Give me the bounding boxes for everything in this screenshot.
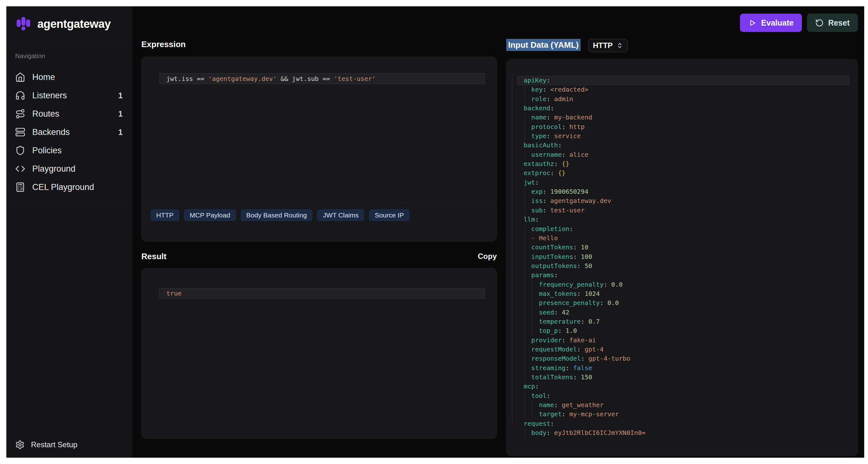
- code-token: 'test-user': [334, 75, 376, 82]
- sidebar-item-policies[interactable]: Policies: [15, 141, 123, 160]
- sidebar-item-label: CEL Playground: [32, 183, 94, 192]
- indent-guide: [525, 373, 525, 382]
- yaml-line: extproc: {}: [517, 168, 849, 178]
- yaml-value: 0.0: [608, 299, 619, 307]
- tag-body-based-routing[interactable]: Body Based Routing: [241, 209, 312, 221]
- yaml-value: my-mcp-server: [569, 410, 619, 418]
- yaml-key: protocol: [531, 123, 562, 131]
- yaml-key: basicAuth: [524, 141, 558, 149]
- code-token: :: [581, 355, 585, 362]
- indent-guide: [525, 400, 525, 410]
- code-icon: [15, 164, 25, 174]
- sidebar-item-restart-setup[interactable]: Restart Setup: [6, 432, 131, 458]
- yaml-key: key: [531, 86, 542, 93]
- expression-editor[interactable]: jwt.iss == 'agentgateway.dev' && jwt.sub…: [142, 57, 496, 203]
- indent-guide: [525, 243, 525, 252]
- indent-guide: [525, 122, 525, 131]
- yaml-value: 0.0: [611, 281, 623, 288]
- indent-guide: [532, 317, 532, 326]
- sidebar-item-routes[interactable]: Routes1: [15, 105, 123, 123]
- tag-source-ip[interactable]: Source IP: [369, 209, 409, 221]
- sidebar-item-playground[interactable]: Playground: [15, 160, 123, 178]
- input-heading-row: Input Data (YAML) HTTP: [506, 39, 858, 52]
- yaml-key: sub: [531, 206, 542, 214]
- indent-guide: [525, 113, 525, 122]
- code-token: [565, 410, 569, 418]
- indent-guide: [525, 261, 525, 271]
- indent-guide: [525, 187, 525, 196]
- yaml-value: {}: [562, 160, 569, 168]
- code-token: :: [542, 197, 547, 204]
- tag-http[interactable]: HTTP: [151, 209, 179, 221]
- code-token: [565, 123, 569, 131]
- code-token: [524, 318, 539, 325]
- yaml-line: llm:: [517, 215, 849, 224]
- yaml-value: <redacted>: [550, 86, 588, 93]
- code-token: :: [542, 188, 547, 195]
- yaml-key: frequency_penalty: [539, 281, 603, 288]
- code-token: [577, 373, 581, 381]
- yaml-value: eyJtb2RlbCI6ICJmYXN0In0=: [554, 429, 645, 436]
- content-columns: Expression jwt.iss == 'agentgateway.dev'…: [141, 39, 858, 458]
- yaml-key: streaming: [531, 364, 565, 372]
- yaml-value: 100: [581, 253, 592, 260]
- indent-guide: [532, 308, 532, 317]
- sidebar-item-listeners[interactable]: Listeners1: [15, 86, 123, 105]
- tag-mcp-payload[interactable]: MCP Payload: [184, 209, 236, 221]
- code-token: :: [562, 336, 565, 344]
- yaml-line: frequency_penalty: 0.0: [517, 280, 849, 289]
- shield-icon: [15, 145, 25, 156]
- code-token: :: [558, 141, 562, 149]
- code-token: [603, 299, 608, 307]
- indent-guide: [532, 326, 532, 335]
- expression-code-line[interactable]: jwt.iss == 'agentgateway.dev' && jwt.sub…: [159, 73, 485, 84]
- yaml-value: 0.7: [588, 318, 600, 325]
- sidebar-item-home[interactable]: Home: [15, 68, 123, 86]
- yaml-key: provider: [531, 336, 562, 344]
- yaml-line: inputTokens: 100: [517, 252, 849, 261]
- yaml-line: provider: fake-ai: [517, 336, 849, 345]
- result-card: true: [141, 268, 497, 439]
- yaml-line: jwt:: [517, 178, 849, 187]
- code-token: :: [573, 373, 577, 381]
- sidebar-item-cel-playground[interactable]: CEL Playground: [15, 178, 123, 196]
- code-token: && jwt.sub ==: [277, 75, 334, 82]
- logo[interactable]: agentgateway: [6, 6, 131, 42]
- code-token: :: [554, 160, 558, 168]
- yaml-value: http: [569, 123, 585, 131]
- yaml-line: params:: [517, 271, 849, 280]
- tag-jwt-claims[interactable]: JWT Claims: [317, 209, 364, 221]
- yaml-value: my-backend: [554, 113, 592, 121]
- input-type-select[interactable]: HTTP: [588, 39, 628, 52]
- route-icon: [15, 109, 25, 119]
- reset-button[interactable]: Reset: [807, 13, 858, 32]
- yaml-value: agentgateway.dev: [550, 197, 611, 204]
- code-token: [581, 262, 585, 270]
- copy-button[interactable]: Copy: [478, 252, 497, 261]
- evaluate-button[interactable]: Evaluate: [740, 13, 802, 32]
- yaml-dash: -: [531, 234, 539, 242]
- yaml-value: test-user: [550, 206, 584, 214]
- yaml-key: apiKey: [524, 76, 547, 84]
- indent-guide: [525, 336, 525, 345]
- yaml-editor[interactable]: apiKey: key: <redacted> role: adminbacke…: [506, 59, 858, 437]
- code-token: :: [581, 318, 585, 325]
- code-token: [550, 113, 554, 121]
- code-token: [550, 132, 554, 140]
- indent-guide: [525, 317, 525, 326]
- result-heading-row: Result Copy: [141, 251, 497, 262]
- yaml-line: top_p: 1.0: [517, 326, 849, 335]
- yaml-line: backend:: [517, 104, 849, 113]
- yaml-line: type: service: [517, 131, 849, 141]
- yaml-line: outputTokens: 50: [517, 261, 849, 271]
- yaml-value: alice: [569, 151, 588, 158]
- sidebar-item-backends[interactable]: Backends1: [15, 123, 123, 141]
- yaml-line: name: get_weather: [517, 400, 849, 410]
- indent-guide: [525, 150, 525, 159]
- code-token: [524, 401, 539, 409]
- code-token: [524, 327, 539, 334]
- expression-card: jwt.iss == 'agentgateway.dev' && jwt.sub…: [141, 57, 497, 241]
- yaml-key: outputTokens: [531, 262, 577, 270]
- indent-guide: [525, 85, 525, 94]
- yaml-value: get_weather: [562, 401, 603, 409]
